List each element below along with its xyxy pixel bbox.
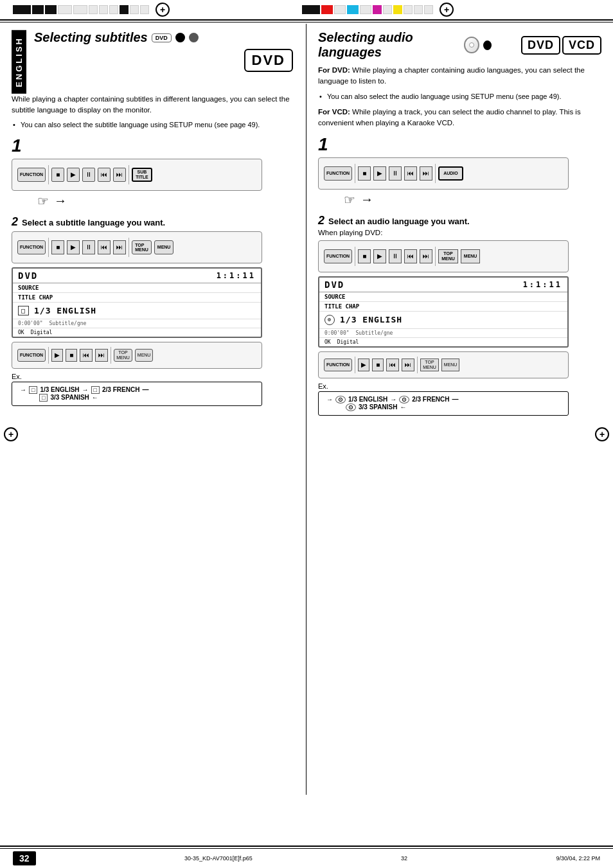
- left-hand-area: ☞ →: [37, 193, 293, 209]
- dvd-audio-info: 0:00'00" Subtitle/gne: [319, 328, 567, 337]
- ex-arrow3: —: [142, 386, 148, 393]
- strip-rw5: [414, 5, 423, 14]
- left-dvd-panel: DVD 1:1:11 SOURCE TITLE CHAP □ 1/3 ENGLI…: [12, 267, 262, 338]
- strip-black1: [13, 5, 31, 14]
- left-step1-num: 1: [12, 137, 293, 155]
- circle-grey1: [189, 33, 199, 42]
- function-btn-r2: FUNCTION: [324, 249, 352, 263]
- r-ex-arrow3: —: [452, 396, 459, 403]
- ex-arrow1: →: [20, 386, 26, 393]
- left-section-header: Selecting subtitles DVD: [34, 30, 293, 45]
- play-btn: ▶: [67, 168, 80, 182]
- footer-right: 9/30/04, 2:22 PM: [556, 855, 600, 862]
- strip-white4: [99, 5, 108, 14]
- r-ex-text2: 2/3 FRENCH: [412, 396, 449, 403]
- digital-label-r: Digital: [337, 339, 359, 345]
- strip-white2: [73, 5, 87, 14]
- prev-btn: ⏮: [98, 168, 111, 182]
- digital-label: Digital: [31, 330, 53, 335]
- footer: 32 30-35_KD-AV7001[E]f.p65 32 9/30/04, 2…: [0, 849, 613, 868]
- right-example-line2: ⊙ 3/3 SPANISH ←: [326, 403, 560, 411]
- sep1: [48, 165, 49, 184]
- strip-white6: [130, 5, 139, 14]
- r-ex-icon3: ⊙: [346, 403, 356, 411]
- left-section-title: Selecting subtitles: [34, 30, 148, 45]
- strip-rw6: [424, 5, 433, 14]
- time-audio: 0:00'00": [324, 330, 350, 336]
- subtitle-display-text: 1/3 ENGLISH: [34, 306, 96, 315]
- color-strips-left: [13, 5, 149, 14]
- r3s3: ⏮: [80, 349, 93, 362]
- subtitle-btn: SUBTITLE: [132, 168, 152, 182]
- right-remote3: FUNCTION ▶ ■ ⏮ ⏭ TOPMENU MENU: [318, 351, 569, 378]
- right-step2-sub: When playing DVD:: [318, 229, 601, 236]
- bullet-dot2: •: [319, 91, 322, 102]
- dvd-title-right: DVD: [324, 279, 344, 290]
- strip-cyan1: [347, 5, 359, 14]
- top-rule: [0, 19, 613, 21]
- function-btn-left2: FUNCTION: [17, 240, 46, 254]
- left-step2-num: 2: [12, 215, 18, 229]
- sep3: [48, 238, 49, 257]
- ex-icon1: □: [29, 386, 37, 394]
- circle-black-r: [483, 40, 492, 50]
- cd-icon: [464, 37, 479, 53]
- r3rs2: ■: [372, 359, 384, 371]
- right-remote1: FUNCTION ■ ▶ ⏸ ⏮ ⏭ AUDIO: [318, 157, 569, 190]
- left-title-area: Selecting subtitles DVD DVD: [34, 30, 293, 75]
- r1rs5: ⏭: [420, 166, 432, 181]
- r3s1: ▶: [51, 349, 63, 362]
- time-sub: 0:00'00": [18, 321, 43, 326]
- left-ex-label: Ex.: [12, 373, 293, 380]
- ok-label: OK: [18, 330, 24, 335]
- arrow-right1: →: [54, 193, 67, 208]
- right-dvd-panel: DVD 1:1:11 SOURCE TITLE CHAP ⊙ 1/3 ENGLI…: [318, 276, 569, 348]
- dvd-title-chap-row-r: TITLE CHAP: [319, 302, 567, 312]
- reg-mark-left: +: [155, 3, 170, 17]
- right-bullet1: • You can also select the audio language…: [318, 91, 601, 102]
- dvd-logo-large: DVD: [244, 49, 293, 72]
- r3s4: ⏭: [95, 349, 108, 362]
- r2rs4: ⏮: [404, 249, 417, 263]
- ex-text3: 3/3 SPANISH: [50, 394, 89, 401]
- dvd-audio-main: ⊙ 1/3 ENGLISH: [319, 312, 567, 328]
- r2rs3: ⏸: [389, 249, 402, 263]
- r-ex-arrow1: →: [326, 396, 333, 403]
- main-content: ENGLISH Selecting subtitles DVD DVD: [0, 24, 613, 795]
- audio-sub-lang: Subtitle/gne: [356, 330, 393, 336]
- function-btn-left3: FUNCTION: [17, 349, 46, 362]
- right-for-dvd: For DVD: While playing a chapter contain…: [318, 65, 601, 87]
- r-ex-text1: 1/3 ENGLISH: [348, 396, 387, 403]
- dvd-time-left: 1:1:11: [217, 271, 256, 280]
- dvd-audio-info2: OK Digital: [319, 337, 567, 346]
- strip-white3: [89, 5, 98, 14]
- function-btn-r1: FUNCTION: [324, 166, 352, 181]
- r-ex-text3: 3/3 SPANISH: [359, 403, 397, 411]
- r-ex-arrow2: →: [390, 396, 396, 403]
- dvd-panel-header-right: DVD 1:1:11: [319, 278, 567, 292]
- left-column: ENGLISH Selecting subtitles DVD DVD: [0, 24, 306, 795]
- stop-btn: ■: [51, 168, 64, 182]
- dvd-logo-area: DVD: [34, 49, 293, 72]
- subtitle-icon: □: [18, 306, 29, 315]
- function-btn-left: FUNCTION: [17, 168, 46, 182]
- right-section-header: Selecting audio languages DVD VCD: [318, 30, 601, 60]
- r3s2: ■: [66, 349, 77, 362]
- left-remote2: FUNCTION ■ ▶ ⏸ ⏮ ⏭ TOPMENU MENU: [12, 231, 262, 263]
- r-ex-arrow4: ←: [400, 403, 406, 411]
- left-remote3: FUNCTION ▶ ■ ⏮ ⏭ TOPMENU MENU: [12, 342, 262, 369]
- ex-arrow4: ←: [92, 394, 98, 401]
- left-example-box: → □ 1/3 ENGLISH → □ 2/3 FRENCH — □ 3/3 S…: [12, 382, 262, 406]
- menu-btn-r2: MENU: [461, 249, 481, 263]
- dvd-panel-header-left: DVD 1:1:11: [13, 269, 261, 283]
- right-step2-num: 2: [318, 214, 324, 227]
- strip-r1: [302, 5, 320, 14]
- right-remote2: FUNCTION ■ ▶ ⏸ ⏮ ⏭ TOPMENU MENU: [318, 240, 569, 272]
- page: + +: [0, 0, 613, 868]
- bottom-rule1: [0, 846, 613, 847]
- for-vcd-text: While playing a track, you can select th…: [318, 108, 581, 127]
- ex-icon2: □: [91, 386, 100, 394]
- audio-display-text: 1/3 ENGLISH: [340, 315, 402, 324]
- dvd-vcd-logos: DVD VCD: [521, 36, 601, 55]
- left-step2-label: Select a subtitle language you want.: [22, 218, 165, 227]
